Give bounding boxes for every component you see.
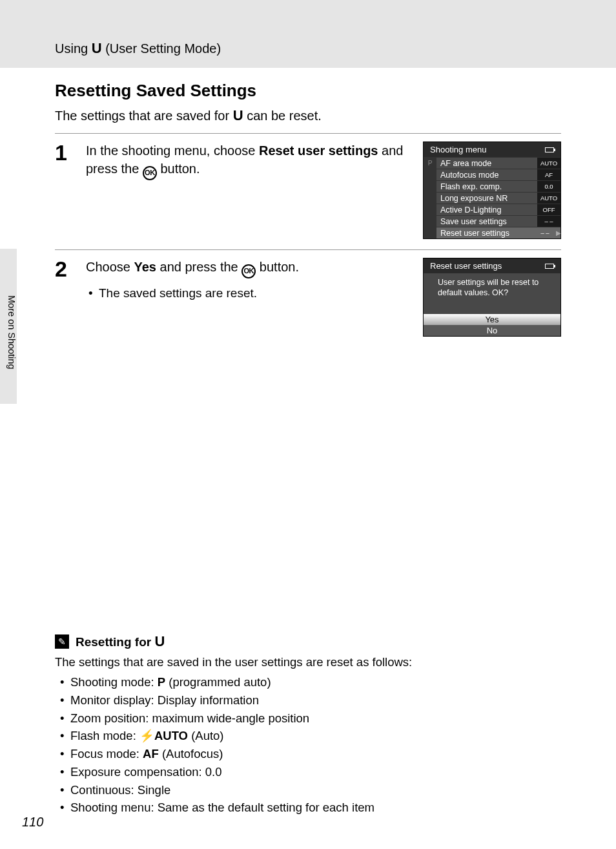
lcd-menu-row: PAF area modeAUTO — [424, 157, 560, 169]
lcd-menu-row: Autofocus modeAF — [424, 169, 560, 180]
lcd-menu-row: Long exposure NRAUTO — [424, 192, 560, 204]
note-heading: Resetting for U — [76, 633, 165, 650]
lcd-row-label: Save user settings — [436, 217, 537, 226]
lcd-row-value: AUTO — [537, 193, 560, 204]
mode-icon: AF — [143, 747, 159, 760]
lcd-row-value: 0.0 — [537, 181, 560, 192]
lcd-option-no: No — [424, 325, 560, 336]
step-2-text: Choose Yes and press the OK button. — [86, 258, 416, 278]
u-mode-icon: U — [233, 107, 243, 123]
lcd-title: Shooting menu — [424, 142, 560, 157]
lcd-row-value: AF — [537, 169, 560, 180]
divider — [55, 249, 561, 250]
step-2-bullet: The saved settings are reset. — [86, 286, 416, 300]
note-list-item: Zoom position: maximum wide-angle positi… — [55, 709, 561, 728]
note-list-item: Continuous: Single — [55, 781, 561, 799]
step-1-text: In the shooting menu, choose Reset user … — [86, 142, 416, 180]
note-list-item: Focus mode: AF (Autofocus) — [55, 745, 561, 763]
mode-icon: ⚡AUTO — [139, 729, 188, 742]
step-2: 2 Choose Yes and press the OK button. Th… — [55, 258, 561, 337]
step-number: 2 — [55, 258, 86, 337]
lcd-title: Reset user settings — [424, 258, 560, 273]
ok-button-icon: OK — [143, 166, 157, 180]
u-mode-icon: U — [92, 40, 102, 56]
lcd-row-label: Long exposure NR — [436, 194, 537, 203]
side-tab-label: More on Shooting — [5, 295, 17, 393]
breadcrumb-prefix: Using — [55, 41, 92, 56]
note-list-item: Monitor display: Display information — [55, 691, 561, 709]
side-tab: More on Shooting — [0, 249, 17, 404]
breadcrumb-suffix: (User Setting Mode) — [102, 41, 221, 56]
page-title: Resetting Saved Settings — [55, 81, 561, 101]
lcd-menu-row: Active D-LightingOFF — [424, 204, 560, 215]
lcd-row-label: AF area mode — [436, 159, 537, 168]
note-list: Shooting mode: P (programmed auto)Monito… — [55, 673, 561, 817]
note-list-item: Flash mode: ⚡AUTO (Auto) — [55, 727, 561, 745]
lcd-menu-row: Flash exp. comp.0.0 — [424, 180, 560, 192]
lcd-row-label: Reset user settings — [436, 229, 533, 238]
lcd-message: User settings will be reset to default v… — [424, 273, 560, 314]
battery-icon — [545, 147, 554, 152]
lcd-row-label: Active D-Lighting — [436, 205, 537, 215]
lcd-row-label: Flash exp. comp. — [436, 182, 537, 191]
lcd-row-value: AUTO — [537, 158, 560, 169]
lcd-row-value: OFF — [537, 204, 560, 215]
lcd-row-label: Autofocus mode — [436, 171, 537, 180]
ok-button-icon: OK — [241, 264, 256, 278]
note-list-item: Shooting menu: Same as the default setti… — [55, 799, 561, 817]
note-list-item: Shooting mode: P (programmed auto) — [55, 673, 561, 691]
page-header: Using U (User Setting Mode) — [0, 0, 616, 68]
shooting-menu-screenshot: Shooting menu PAF area modeAUTOAutofocus… — [423, 142, 561, 239]
step-1: 1 In the shooting menu, choose Reset use… — [55, 142, 561, 239]
lcd-option-yes: Yes — [424, 314, 560, 325]
intro-text: The settings that are saved for U can be… — [55, 107, 561, 124]
divider — [55, 133, 561, 134]
step-number: 1 — [55, 142, 86, 239]
lcd-menu-row: Reset user settings– –▶ — [424, 227, 560, 238]
lcd-row-value: – – — [537, 216, 560, 227]
lcd-row-value: – – — [533, 227, 557, 238]
note-intro: The settings that are saved in the user … — [55, 655, 561, 669]
note-list-item: Exposure compensation: 0.0 — [55, 763, 561, 781]
chevron-right-icon: ▶ — [557, 229, 560, 236]
page-number: 110 — [22, 815, 43, 830]
battery-icon — [545, 264, 554, 269]
lcd-menu-row: Save user settings– – — [424, 215, 560, 227]
mode-icon: P — [158, 675, 165, 689]
u-mode-icon: U — [154, 633, 165, 649]
reset-dialog-screenshot: Reset user settings User settings will b… — [423, 258, 561, 337]
pencil-icon: ✎ — [55, 634, 69, 649]
note-box: ✎ Resetting for U The settings that are … — [55, 633, 561, 817]
